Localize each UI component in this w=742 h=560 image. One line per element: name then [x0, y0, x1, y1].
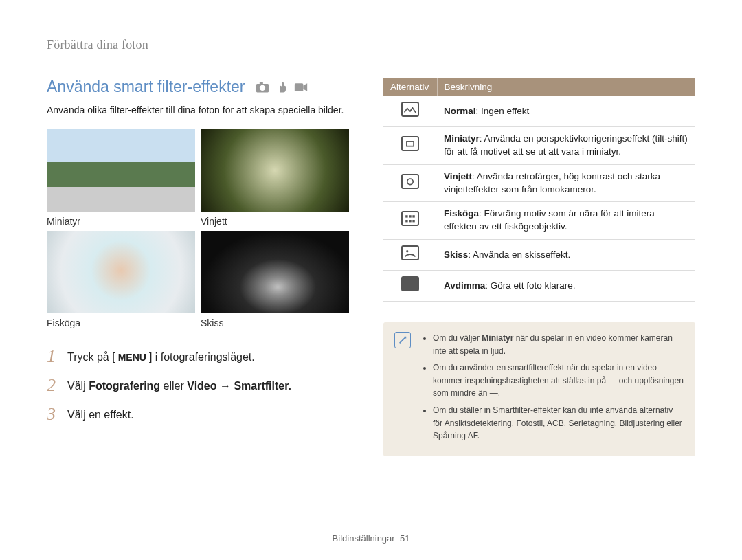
footer-section: Bildinställningar	[333, 533, 395, 544]
sample-fiskoga: Fisköga	[47, 231, 195, 328]
svg-rect-7	[409, 216, 411, 218]
table-row: Miniatyr: Använda en perspektivkorrigeri…	[383, 126, 695, 164]
table-row: Fisköga: Förvräng motiv som är nära för …	[383, 202, 695, 240]
step-2: 2 Välj Fotografering eller Video → Smart…	[47, 377, 349, 394]
page-footer: Bildinställningar 51	[0, 533, 742, 544]
hand-mode-icon	[275, 81, 289, 93]
step-1: 1 Tryck på [MENU] i fotograferingsläget.	[47, 348, 349, 366]
svg-rect-11	[412, 220, 414, 222]
svg-rect-3	[295, 83, 304, 91]
options-table: Alternativ Beskrivning Normal: Ingen eff…	[383, 78, 695, 302]
col-header-beskrivning: Beskrivning	[437, 78, 695, 96]
steps-list: 1 Tryck på [MENU] i fotograferingsläget.…	[47, 348, 349, 423]
step-text: Välj Fotografering eller Video → Smartfi…	[67, 377, 291, 394]
step-text: Välj en effekt.	[67, 405, 134, 423]
svg-rect-4	[407, 142, 414, 146]
step-3: 3 Välj en effekt.	[47, 405, 349, 423]
list-item: Om du ställer in Smartfilter-effekter ka…	[433, 404, 684, 443]
camera-mode-icon	[256, 81, 269, 93]
movie-mode-icon	[294, 81, 308, 93]
sample-image-vinjett	[201, 129, 349, 212]
step-number: 3	[47, 405, 59, 423]
table-row: Vinjett: Använda retrofärger, hög kontra…	[383, 164, 695, 202]
sample-caption: Miniatyr	[47, 216, 195, 227]
table-row: Skiss: Använda en skisseffekt.	[383, 240, 695, 271]
option-icon-normal	[401, 102, 419, 117]
sample-vinjett: Vinjett	[201, 129, 349, 227]
page-title-text: Använda smart filter-effekter	[47, 78, 245, 96]
step-number: 2	[47, 377, 59, 394]
svg-point-5	[407, 179, 413, 184]
svg-rect-2	[260, 82, 263, 84]
footer-page-number: 51	[400, 533, 409, 544]
step-text: Tryck på [MENU] i fotograferingsläget.	[67, 348, 255, 365]
list-item: Om du använder en smartfiltereffekt när …	[433, 361, 684, 400]
svg-point-12	[406, 250, 408, 252]
note-list: Om du väljer Miniatyr när du spelar in e…	[422, 332, 684, 447]
option-icon-avdimma	[401, 276, 419, 291]
option-icon-skiss	[401, 245, 419, 260]
svg-rect-6	[405, 216, 407, 218]
sample-image-skiss	[201, 231, 349, 313]
col-header-alternativ: Alternativ	[383, 78, 437, 96]
list-item: Om du väljer Miniatyr när du spelar in e…	[433, 332, 684, 357]
svg-rect-10	[409, 220, 411, 222]
sample-caption: Fisköga	[47, 317, 195, 328]
option-icon-miniatyr	[401, 136, 419, 151]
svg-rect-9	[405, 220, 407, 222]
page-title: Använda smart filter-effekter	[47, 78, 349, 96]
note-box: Om du väljer Miniatyr när du spelar in e…	[383, 322, 695, 456]
sample-caption: Vinjett	[201, 216, 349, 227]
sample-caption: Skiss	[201, 317, 349, 328]
menu-button-label: MENU	[115, 351, 149, 365]
option-icon-vinjett	[401, 174, 419, 189]
sample-image-miniatyr	[47, 129, 195, 212]
option-icon-fiskoga	[401, 211, 419, 226]
intro-paragraph: Använda olika filter-effekter till dina …	[47, 103, 349, 117]
sample-grid: Miniatyr Vinjett Fisköga Skiss	[47, 129, 349, 328]
note-icon	[394, 332, 411, 348]
sample-image-fiskoga	[47, 231, 195, 313]
step-number: 1	[47, 348, 59, 366]
table-row: Normal: Ingen effekt	[383, 96, 695, 126]
breadcrumb: Förbättra dina foton	[47, 38, 695, 58]
svg-rect-8	[412, 216, 414, 218]
table-row: Avdimma: Göra ett foto klarare.	[383, 271, 695, 302]
sample-skiss: Skiss	[201, 231, 349, 328]
sample-miniatyr: Miniatyr	[47, 129, 195, 227]
mode-icons	[256, 81, 308, 93]
svg-point-1	[260, 85, 265, 90]
